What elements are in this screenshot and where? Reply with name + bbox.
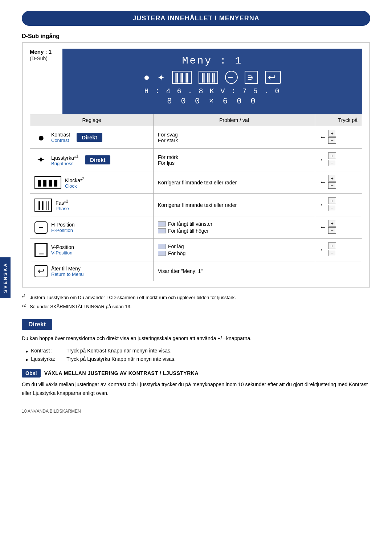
svenska-side-label: SVENSKA	[0, 257, 11, 298]
screen-res: 8 0 0 × 6 0 0	[73, 97, 351, 106]
clock-blue: Clock	[65, 183, 85, 189]
return-icon: ↩	[34, 265, 48, 277]
table-row: ● Kontrast Contrast Direkt För svag För …	[30, 126, 362, 149]
problem-return: Visar åter "Meny: 1"	[154, 261, 315, 281]
table-row: ⎯ V-Position V-Position För låg Fö	[30, 239, 362, 261]
return-name: Åter till Meny	[51, 266, 84, 272]
problem-contrast: För svag För stark	[154, 126, 315, 149]
vposition-blue: V-Position	[51, 250, 74, 256]
list-item: Kontrast : Tryck på Kontrast Knapp när m…	[25, 347, 370, 355]
problem-hposition: För långt till vänster För långt till hö…	[154, 216, 315, 239]
table-row: − H-Position H-Position För långt till v…	[30, 216, 362, 239]
contrast-icon: ●	[34, 131, 48, 144]
section-title: D-Sub ingång	[22, 33, 370, 40]
brightness-icon: ✦	[34, 154, 48, 166]
obs-title: VÄXLA MELLAN JUSTERING AV KONTRAST / LJU…	[44, 370, 199, 376]
table-row: ↩ Åter till Meny Return to Menu Visar åt…	[30, 261, 362, 281]
footnotes: *1 Justera ljusstyrkan om Du använder LC…	[22, 293, 370, 311]
contrast-blue: Contrast	[51, 138, 70, 143]
press-phase: ← + −	[315, 194, 362, 216]
direkt-section: Direkt Du kan hoppa över menysidorna och…	[22, 319, 370, 398]
vposition-name: V-Position	[51, 244, 74, 250]
direkt-badge-contrast: Direkt	[77, 133, 102, 142]
bullet-label-contrast: Kontrast :	[31, 347, 64, 355]
screen-icons: ● ✦ ∥∥∥ ∥∥∥ − ∍ ↩	[73, 70, 351, 83]
hposition-icon: −	[34, 221, 48, 234]
obs-badge: Obs!	[22, 369, 41, 378]
page-footer: 10 ANVÄNDA BILDSKÄRMEN	[22, 409, 370, 414]
phase-name: Fas*2	[56, 199, 69, 206]
col-header-reglage: Reglage	[30, 114, 154, 126]
table-row: ✦ Ljusstyrka*1 Brightness Direkt För mör…	[30, 149, 362, 171]
bullet-label-brightness: Ljusstyrka:	[31, 355, 64, 364]
press-vposition: ← + −	[315, 239, 362, 261]
hposition-name: H-Position	[51, 222, 75, 228]
direkt-title: Direkt	[22, 319, 52, 330]
brightness-name: Ljusstyrka*1	[51, 154, 78, 161]
problem-brightness: För mörk För ljus	[154, 149, 315, 171]
phase-icon: ∥∥∥	[34, 199, 52, 212]
clock-icon: ▮▮▮▮	[34, 176, 61, 189]
problem-vposition: För låg För hög	[154, 239, 315, 261]
hposition-blue: H-Position	[51, 228, 75, 233]
list-item: Ljusstyrka: Tryck på Ljusstyrka Knapp nä…	[25, 355, 370, 364]
input-label: (D-Sub)	[30, 56, 52, 61]
press-hposition: ← + −	[315, 216, 362, 239]
obs-body: Om du vill växla mellan justeringar av K…	[22, 380, 370, 398]
footnote-2: *2 Se under SKÄRMINSTÄLLNINGAR på sidan …	[22, 302, 370, 311]
press-brightness: ← + −	[315, 149, 362, 171]
clock-name: Klocka*2	[65, 176, 85, 183]
menu-table: Reglage Problem / val Tryck på ● Kontras…	[30, 114, 362, 281]
press-return	[315, 261, 362, 281]
press-clock: ← + −	[315, 171, 362, 194]
vposition-icon: ⎯	[34, 243, 48, 257]
problem-clock: Korrigerar flimrande text eller rader	[154, 171, 315, 194]
direkt-bullets: Kontrast : Tryck på Kontrast Knapp när m…	[22, 347, 370, 364]
obs-section: Obs! VÄXLA MELLAN JUSTERING AV KONTRAST …	[22, 369, 370, 398]
direkt-badge-brightness: Direkt	[85, 155, 111, 164]
problem-phase: Korrigerar flimrande text eller rader	[154, 194, 315, 216]
page-title: JUSTERA INNEHÅLLET I MENYERNA	[22, 11, 370, 26]
footnote-1: *1 Justera ljusstyrkan om Du använder LC…	[22, 293, 370, 302]
table-row: ▮▮▮▮ Klocka*2 Clock Korrigerar flimrande…	[30, 171, 362, 194]
bullet-text-brightness: Tryck på Ljusstyrka Knapp när menyn inte…	[66, 355, 176, 364]
table-row: ∥∥∥ Fas*2 Phase Korrigerar flimrande tex…	[30, 194, 362, 216]
menu-label: Meny : 1	[30, 49, 52, 55]
screen-freq: H : 4 6 . 8 K V : 7 5 . 0	[73, 87, 351, 95]
brightness-blue: Brightness	[51, 161, 78, 166]
press-contrast: ← + −	[315, 126, 362, 149]
col-header-problem: Problem / val	[154, 114, 315, 126]
return-blue: Return to Menu	[51, 272, 84, 277]
phase-blue: Phase	[56, 206, 69, 211]
bullet-text-contrast: Tryck på Kontrast Knapp när menyn inte v…	[66, 347, 172, 355]
screen-title: Meny : 1	[73, 55, 351, 66]
contrast-name: Kontrast	[51, 132, 70, 138]
monitor-box: Meny : 1 (D-Sub) Meny : 1 ● ✦ ∥∥∥ ∥∥∥ − …	[22, 42, 370, 287]
col-header-tryck: Tryck på	[315, 114, 362, 126]
direkt-body: Du kan hoppa över menysidorna och direkt…	[22, 334, 370, 343]
